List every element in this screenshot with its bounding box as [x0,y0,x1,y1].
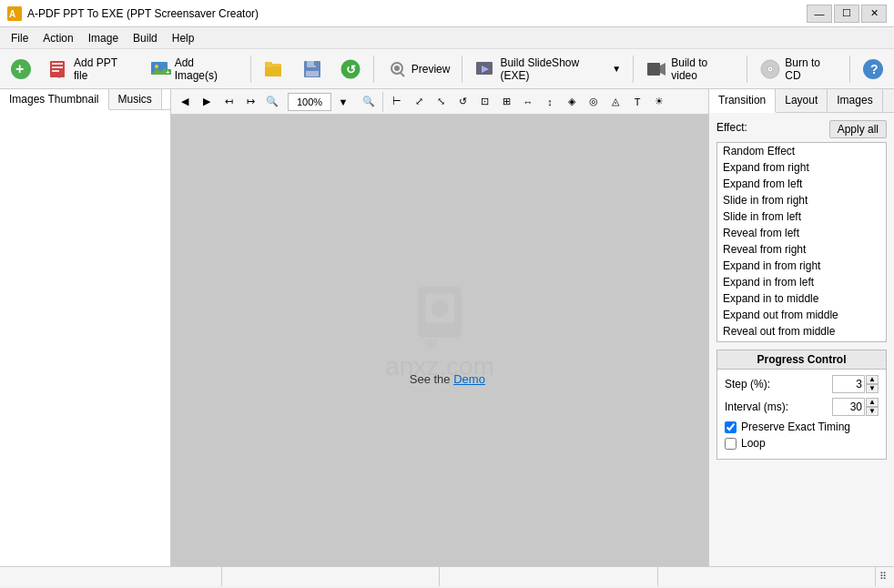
interval-label: Interval (ms): [725,400,832,413]
interval-input[interactable] [832,398,865,416]
menu-build[interactable]: Build [126,30,165,46]
effect-item-10[interactable]: Expand out from middle [717,307,886,323]
zoom-dropdown[interactable]: ▼ [333,92,353,112]
preserve-timing-checkbox[interactable] [725,421,737,433]
title-bar: A A-PDF PPT To EXE (PPT Screensaver Crea… [0,0,894,27]
refresh-icon: ↺ [340,58,361,80]
effect-item-3[interactable]: Slide in from right [717,192,886,208]
preview-label: Preview [411,63,451,76]
build-dropdown-arrow: ▼ [612,64,621,74]
loop-checkbox[interactable] [725,438,737,450]
step-input-group: ▲ ▼ [832,375,879,393]
tab-transition[interactable]: Transition [709,89,776,113]
help-icon: ? [862,58,884,80]
minimize-button[interactable]: — [807,5,832,23]
progress-section: Progress Control Step (%): ▲ ▼ Interval … [716,350,887,460]
effect-list[interactable]: Random Effect Expand from right Expand f… [717,143,886,341]
interval-up-button[interactable]: ▲ [866,398,879,407]
svg-rect-5 [52,63,63,65]
tab-images-thumbnail[interactable]: Images Thumbnail [0,89,109,110]
effect-item-5[interactable]: Reveal from left [717,225,886,241]
close-button[interactable]: ✕ [861,5,887,23]
effect-item-12[interactable]: Reveal in from sides [717,340,886,341]
svg-rect-29 [647,63,660,76]
demo-link[interactable]: Demo [453,372,485,386]
effect1-button[interactable]: ◈ [562,92,582,112]
move-left-button[interactable]: ↤ [218,92,239,112]
tab-layout[interactable]: Layout [776,89,828,112]
fliph-button[interactable]: ↔ [518,92,538,112]
flipv-button[interactable]: ↕ [540,92,560,112]
brightness-button[interactable]: ☀ [649,92,669,112]
build-icon [474,58,496,80]
select-button[interactable]: ⊞ [496,92,516,112]
effect-item-9[interactable]: Expand in to middle [717,290,886,307]
tab-images[interactable]: Images [828,89,882,112]
svg-rect-15 [265,66,281,76]
effect-item-11[interactable]: Reveal out from middle [717,323,886,340]
effect-item-4[interactable]: Slide in from left [717,208,886,225]
effect-item-8[interactable]: Expand in from left [717,274,886,290]
title-controls: — ☐ ✕ [807,5,887,23]
svg-rect-16 [265,62,272,67]
effect-item-6[interactable]: Reveal from right [717,241,886,258]
interval-down-button[interactable]: ▼ [866,407,879,416]
step-up-button[interactable]: ▲ [866,375,879,384]
menu-file[interactable]: File [4,30,36,46]
next-button[interactable]: ▶ [197,92,217,112]
zoom-in-button[interactable]: 🔍 [359,92,379,112]
loop-label[interactable]: Loop [741,437,766,450]
crop-button[interactable]: ⊡ [474,92,494,112]
status-bar: ⠿ [0,566,894,586]
apply-all-button[interactable]: Apply all [829,120,887,138]
right-panel: Transition Layout Images Effect: Apply a… [708,89,894,566]
align-left-button[interactable]: ⊢ [387,92,407,112]
right-tabs: Transition Layout Images [709,89,894,113]
app-icon: A [7,6,22,21]
preview-button[interactable]: Preview [380,55,457,84]
menu-action[interactable]: Action [36,30,80,46]
expand-button[interactable]: ⤢ [409,92,429,112]
build-slideshow-button[interactable]: Build SlideShow (EXE) ▼ [468,53,627,86]
tab-musics[interactable]: Musics [109,89,162,109]
svg-text:A: A [9,9,15,19]
step-label: Step (%): [725,378,832,390]
title-bar-left: A A-PDF PPT To EXE (PPT Screensaver Crea… [7,6,259,21]
add-ppt-button[interactable]: P Add PPT file [42,53,139,86]
help-button[interactable]: ? [856,55,890,84]
main-toolbar: + P Add PPT file + Add Image(s) [0,49,894,89]
step-down-button[interactable]: ▼ [866,384,879,393]
add-image-button[interactable]: + Add Image(s) [143,53,245,86]
effect-item-0[interactable]: Random Effect [717,143,886,159]
shrink-button[interactable]: ⤡ [431,92,451,112]
preserve-timing-label[interactable]: Preserve Exact Timing [741,421,850,433]
menu-image[interactable]: Image [81,30,126,46]
progress-title: Progress Control [717,350,886,370]
prev-button[interactable]: ◀ [175,92,195,112]
build-video-button[interactable]: Build to video [639,53,741,86]
toolbar-divider-5 [747,56,747,83]
save-icon [301,58,323,80]
open-button[interactable] [257,55,291,84]
effect3-button[interactable]: ◬ [605,92,625,112]
step-input[interactable] [832,375,865,393]
menu-help[interactable]: Help [165,30,202,46]
left-tabs: Images Thumbnail Musics [0,89,170,110]
text-button[interactable]: T [627,92,647,112]
zoom-out-button[interactable]: 🔍 [262,92,282,112]
save-button[interactable] [295,55,330,84]
effect-label: Effect: [716,121,747,134]
refresh-button[interactable]: ↺ [333,55,368,84]
status-resize-grip: ⠿ [876,567,890,586]
effect-item-7[interactable]: Expand in from right [717,258,886,274]
maximize-button[interactable]: ☐ [834,5,859,23]
new-button[interactable]: + [4,55,38,84]
status-segment-3 [440,567,658,586]
zoom-input[interactable] [288,93,331,111]
effect2-button[interactable]: ◎ [584,92,604,112]
burn-cd-button[interactable]: Burn to CD [753,53,844,86]
rotate-ccw-button[interactable]: ↺ [452,92,472,112]
effect-item-2[interactable]: Expand from left [717,176,886,192]
move-right-button[interactable]: ↦ [240,92,260,112]
effect-item-1[interactable]: Expand from right [717,159,886,176]
